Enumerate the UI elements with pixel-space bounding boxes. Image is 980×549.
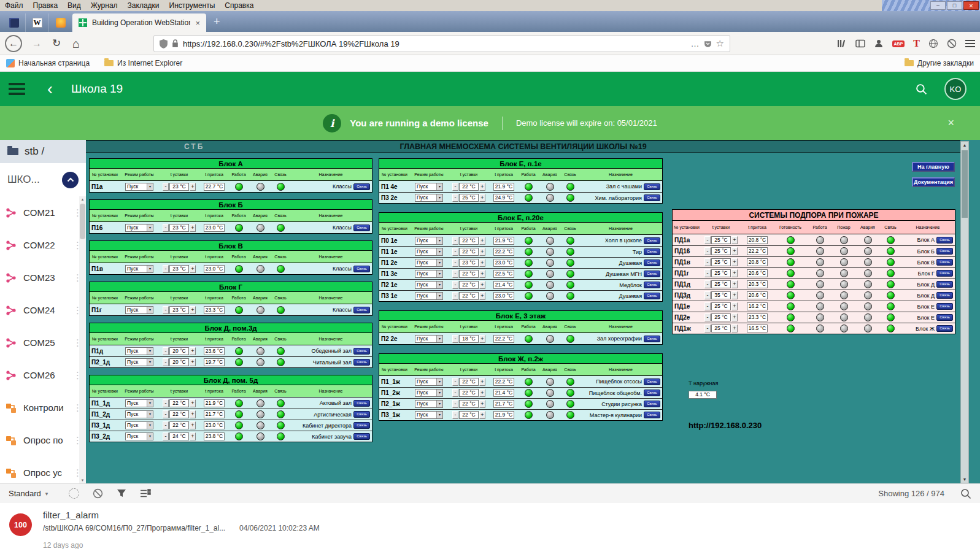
dropdown-arrow-icon[interactable]: ▾ (436, 336, 442, 342)
docs-link-button[interactable]: Документация (912, 177, 955, 187)
menu-tools[interactable]: Инструменты (164, 1, 220, 10)
browser-menu-icon[interactable] (965, 38, 975, 49)
link-button[interactable]: Связь (644, 390, 660, 396)
setpoint-plus-button[interactable]: + (731, 324, 738, 332)
setpoint-minus-button[interactable]: - (163, 347, 169, 355)
dropdown-arrow-icon[interactable]: ▾ (436, 390, 442, 396)
sidebar-item[interactable]: Опрос по⋮ (0, 424, 86, 456)
setpoint-plus-button[interactable]: + (479, 194, 485, 202)
banner-close-icon[interactable]: × (947, 117, 954, 129)
setpoint-plus-button[interactable]: + (479, 335, 485, 343)
globe-icon[interactable] (928, 39, 938, 48)
setpoint-plus-button[interactable]: + (190, 399, 196, 407)
mode-select[interactable]: Пуск▾ (415, 194, 443, 202)
link-button[interactable]: Связь (353, 348, 370, 355)
setpoint-plus-button[interactable]: + (731, 247, 738, 255)
link-button[interactable]: Связь (644, 271, 660, 277)
setpoint-plus-button[interactable]: + (190, 410, 196, 418)
dropdown-arrow-icon[interactable]: ▾ (436, 237, 442, 244)
link-button[interactable]: Связь (936, 248, 953, 255)
setpoint-minus-button[interactable]: - (452, 248, 458, 256)
link-button[interactable]: Связь (353, 400, 370, 407)
scroll-down-icon[interactable]: ▼ (79, 478, 86, 482)
dropdown-arrow-icon[interactable]: ▾ (436, 194, 442, 201)
dropdown-arrow-icon[interactable]: ▾ (436, 378, 442, 385)
link-button[interactable]: Связь (353, 307, 370, 313)
setpoint-minus-button[interactable]: - (704, 247, 711, 255)
dropdown-arrow-icon[interactable]: ▾ (436, 282, 442, 288)
mode-select[interactable]: Пуск▾ (415, 248, 443, 256)
setpoint-minus-button[interactable]: - (452, 183, 458, 191)
link-button[interactable]: Связь (644, 194, 660, 201)
pinned-tab-3[interactable] (49, 13, 72, 32)
setpoint-plus-button[interactable]: + (731, 236, 738, 244)
adblock-icon[interactable]: ABP (892, 40, 905, 47)
setpoint-plus-button[interactable]: + (190, 347, 196, 355)
setpoint-minus-button[interactable]: - (704, 313, 711, 321)
menu-help[interactable]: Справка (220, 1, 258, 10)
sidebar-item[interactable]: COM24⋮ (0, 294, 86, 326)
link-button[interactable]: Связь (644, 336, 660, 342)
dropdown-arrow-icon[interactable]: ▾ (147, 307, 153, 313)
pinned-tab-1[interactable] (2, 13, 26, 32)
setpoint-plus-button[interactable]: + (731, 280, 738, 288)
dropdown-arrow-icon[interactable]: ▾ (436, 401, 442, 407)
extension-t-icon[interactable]: T (913, 38, 920, 49)
search-icon[interactable] (916, 83, 927, 95)
setpoint-minus-button[interactable]: - (163, 421, 169, 429)
reload-button[interactable]: ↻ (48, 35, 65, 52)
dropdown-arrow-icon[interactable]: ▾ (436, 271, 442, 277)
bookmark-home-page[interactable]: Начальная страница (6, 59, 90, 67)
setpoint-minus-button[interactable]: - (163, 265, 169, 273)
setpoint-plus-button[interactable]: + (190, 358, 196, 366)
dropdown-arrow-icon[interactable]: ▾ (147, 359, 153, 366)
window-maximize-button[interactable]: □ (947, 1, 962, 10)
setpoint-plus-button[interactable]: + (731, 313, 738, 321)
mode-select[interactable]: Пуск▾ (415, 270, 443, 278)
setpoint-minus-button[interactable]: - (163, 358, 169, 366)
mode-select[interactable]: Пуск▾ (125, 347, 153, 355)
setpoint-plus-button[interactable]: + (190, 432, 196, 440)
setpoint-plus-button[interactable]: + (479, 389, 485, 397)
window-close-button[interactable]: × (963, 1, 979, 10)
mode-select[interactable]: Пуск▾ (125, 399, 153, 407)
block-icon[interactable] (947, 39, 957, 48)
alarm-name[interactable]: filter_1_alarm (43, 510, 99, 520)
sidebar-item[interactable]: COM21⋮ (0, 196, 86, 229)
sidebar-item[interactable]: COM26⋮ (0, 359, 86, 391)
sidebar-item[interactable]: COM23⋮ (0, 261, 86, 294)
alarm-search-icon[interactable] (960, 488, 971, 499)
setpoint-plus-button[interactable]: + (479, 400, 485, 408)
mode-select[interactable]: Пуск▾ (415, 183, 443, 191)
back-button[interactable]: ← (5, 35, 22, 52)
setpoint-plus-button[interactable]: + (479, 411, 485, 419)
pinned-tab-2[interactable]: W (26, 13, 49, 32)
dropdown-arrow-icon[interactable]: ▾ (436, 259, 442, 266)
setpoint-plus-button[interactable]: + (479, 259, 485, 267)
mode-select[interactable]: Пуск▾ (415, 378, 443, 386)
url-text[interactable]: https://192.168.0.230/#%2Fstb%2FШКОЛА 19… (183, 39, 687, 48)
dropdown-arrow-icon[interactable]: ▾ (147, 422, 153, 429)
link-button[interactable]: Связь (644, 412, 660, 418)
setpoint-minus-button[interactable]: - (452, 400, 458, 408)
scroll-thumb[interactable] (962, 150, 968, 218)
setpoint-plus-button[interactable]: + (731, 269, 738, 277)
lock-icon[interactable] (172, 39, 179, 48)
sidebar-item[interactable]: COM22⋮ (0, 229, 86, 261)
setpoint-minus-button[interactable]: - (163, 224, 169, 232)
bookmark-ie-folder[interactable]: Из Internet Explorer (104, 59, 182, 67)
mode-select[interactable]: Пуск▾ (125, 265, 153, 273)
setpoint-plus-button[interactable]: + (731, 291, 738, 299)
setpoint-plus-button[interactable]: + (190, 306, 196, 314)
setpoint-minus-button[interactable]: - (452, 194, 458, 202)
setpoint-minus-button[interactable]: - (452, 335, 458, 343)
setpoint-minus-button[interactable]: - (452, 411, 458, 419)
mode-select[interactable]: Пуск▾ (415, 292, 443, 300)
scroll-up-icon[interactable]: ▲ (79, 198, 86, 201)
setpoint-minus-button[interactable]: - (704, 324, 711, 332)
sidebar-item[interactable]: Опрос ус⋮ (0, 456, 86, 483)
setpoint-plus-button[interactable]: + (190, 224, 196, 232)
view-settings-icon[interactable] (140, 489, 151, 498)
mode-select[interactable]: Пуск▾ (415, 259, 443, 267)
sidebar-current-folder[interactable]: ШКО... (0, 163, 86, 196)
